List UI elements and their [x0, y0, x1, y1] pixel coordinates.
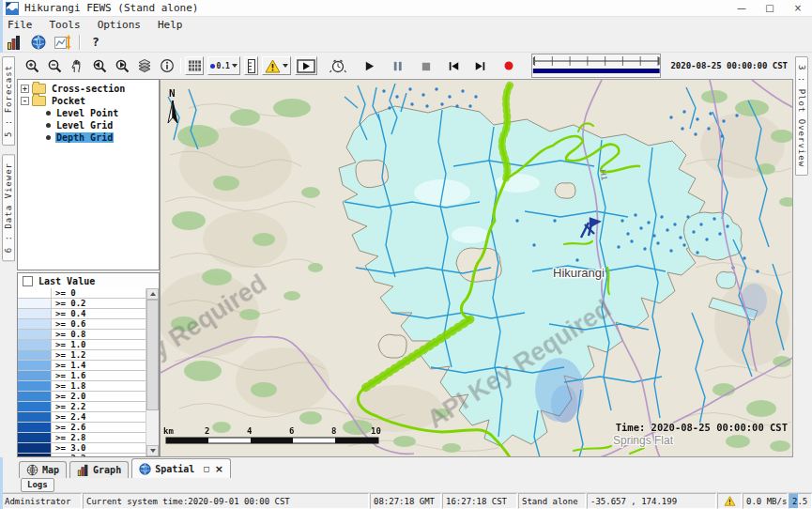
tree-item-level-point[interactable]: Level Point: [18, 107, 159, 119]
tab-map[interactable]: Map: [19, 461, 67, 478]
pan-hand-icon[interactable]: [68, 56, 86, 75]
skip-to-end-button[interactable]: [471, 56, 490, 75]
last-value-checkbox[interactable]: [23, 276, 33, 286]
warning-dropdown[interactable]: [262, 56, 291, 75]
help-button[interactable]: ?: [88, 35, 103, 49]
scroll-up-button[interactable]: [146, 288, 159, 300]
svg-text:4: 4: [247, 426, 253, 436]
legend-row[interactable]: >= 1.4: [18, 361, 146, 371]
info-icon[interactable]: [158, 56, 176, 75]
legend-row[interactable]: >= 1.8: [18, 381, 146, 392]
zoom-previous-icon[interactable]: [90, 56, 109, 75]
layers-tree-panel: +Cross-section-PocketLevel PointLevel Gr…: [17, 79, 160, 270]
scale-ruler-button[interactable]: [244, 56, 258, 75]
stop-button[interactable]: [417, 56, 436, 75]
legend-label: >= 0: [52, 288, 76, 298]
legend-row[interactable]: >= 3.0: [18, 443, 146, 454]
play-button[interactable]: [360, 56, 379, 75]
status-warning[interactable]: [717, 493, 742, 509]
contour-threshold-dropdown[interactable]: 0.1: [207, 56, 239, 75]
animation-interval-icon[interactable]: [329, 56, 347, 75]
legend-swatch: [18, 423, 52, 432]
grid-display-button[interactable]: [185, 56, 204, 75]
tree-expander[interactable]: -: [21, 97, 29, 105]
marker-dot-icon: [210, 64, 215, 69]
menu-item-help[interactable]: Help: [158, 19, 183, 31]
legend-row[interactable]: >= 0: [18, 288, 146, 299]
legend-label: >= 1.8: [52, 381, 86, 391]
tree-item-pocket[interactable]: -Pocket: [18, 95, 159, 107]
legend-label: >= 0.4: [52, 309, 86, 318]
tab-restore-icon[interactable]: □: [204, 464, 208, 473]
logs-button[interactable]: Logs: [21, 478, 54, 492]
tree-item-depth-grid[interactable]: Depth Grid: [18, 131, 159, 144]
timeseries-dialog-button[interactable]: [54, 34, 71, 50]
legend-panel: Last Value >= 0>= 0.2>= 0.4>= 0.6>= 0.8>…: [17, 272, 160, 457]
scroll-down-button[interactable]: [146, 445, 159, 456]
timeline-span-bar: [533, 69, 660, 73]
tree-item-level-grid[interactable]: Level Grid: [18, 119, 159, 131]
legend-row[interactable]: >= 2.0: [18, 392, 146, 402]
close-button[interactable]: ×: [784, 0, 812, 16]
zoom-next-icon[interactable]: [113, 56, 131, 75]
left-tab-strip: 5 : Forecast 6 : Data Viewer: [0, 53, 17, 457]
tab-spatial-label: Spatial: [155, 464, 194, 474]
skip-to-start-button[interactable]: [445, 56, 464, 75]
scroll-thumb[interactable]: [146, 300, 159, 410]
zoom-in-icon[interactable]: [23, 56, 41, 75]
legend-row[interactable]: >= 3.2: [18, 454, 146, 456]
legend-row[interactable]: >= 0.6: [18, 319, 146, 330]
legend-row[interactable]: >= 2.2: [18, 402, 146, 412]
time-slider[interactable]: [531, 54, 662, 78]
legend-label: >= 2.8: [52, 433, 86, 442]
legend-row[interactable]: >= 0.2: [18, 299, 146, 309]
spatial-display-button[interactable]: [30, 34, 47, 50]
menu-item-options[interactable]: Options: [98, 19, 141, 31]
legend-row[interactable]: >= 1.0: [18, 340, 146, 350]
triangle-up-icon: [150, 292, 156, 296]
globe-icon: [139, 463, 151, 475]
legend-row[interactable]: >= 1.6: [18, 371, 146, 381]
status-memory: 2.5 GB: [789, 493, 812, 509]
pause-button[interactable]: [389, 56, 407, 75]
tab-plot-overview[interactable]: 3 : Plot Overview: [795, 56, 808, 176]
legend-row[interactable]: >= 2.6: [18, 423, 146, 433]
tab-graph[interactable]: Graph: [69, 461, 129, 478]
legend-row[interactable]: >= 0.8: [18, 330, 146, 340]
animation-dialog-button[interactable]: [295, 56, 317, 75]
maximize-button[interactable]: □: [756, 0, 784, 16]
tab-forecast[interactable]: 5 : Forecast: [2, 56, 15, 146]
bullet-icon: [46, 111, 51, 116]
warning-icon: [724, 496, 736, 506]
tree-item-label: Pocket: [51, 96, 86, 106]
tab-data-viewer[interactable]: 6 : Data Viewer: [2, 154, 15, 261]
menu-item-file[interactable]: File: [8, 19, 33, 31]
record-button[interactable]: [499, 56, 518, 75]
window-title: Hikurangi FEWS (Stand alone): [24, 2, 198, 14]
tab-close-icon[interactable]: ×: [215, 463, 223, 475]
map-view[interactable]: Hikurangi Springs Flat H1 API Key Requir…: [160, 79, 793, 457]
menu-item-tools[interactable]: Tools: [50, 19, 81, 31]
legend-row[interactable]: >= 2.4: [18, 412, 146, 423]
tab-spatial[interactable]: Spatial □ ×: [131, 458, 231, 478]
svg-text:8: 8: [331, 426, 336, 436]
legend-list: >= 0>= 0.2>= 0.4>= 0.6>= 0.8>= 1.0>= 1.2…: [18, 288, 146, 456]
legend-row[interactable]: >= 0.4: [18, 309, 146, 319]
threshold-value: 0.1: [216, 62, 229, 70]
folder-icon: [32, 96, 46, 106]
tree-expander[interactable]: +: [21, 85, 29, 93]
layers-icon[interactable]: [135, 56, 154, 75]
minimize-button[interactable]: —: [728, 0, 756, 16]
chevron-down-icon: [283, 64, 288, 68]
tree-item-label: Level Point: [55, 108, 119, 118]
tree-item-label: Cross-section: [51, 84, 126, 94]
legend-row[interactable]: >= 2.8: [18, 433, 146, 443]
legend-scrollbar[interactable]: [146, 288, 159, 456]
status-bar: Administrator Current system time:2020-0…: [0, 492, 812, 509]
legend-label: >= 1.4: [52, 361, 86, 370]
legend-row[interactable]: >= 1.2: [18, 350, 146, 361]
legend-label: >= 2.0: [52, 392, 86, 401]
database-chart-button[interactable]: [6, 34, 23, 50]
legend-swatch: [18, 309, 52, 318]
zoom-out-icon[interactable]: [45, 56, 64, 75]
